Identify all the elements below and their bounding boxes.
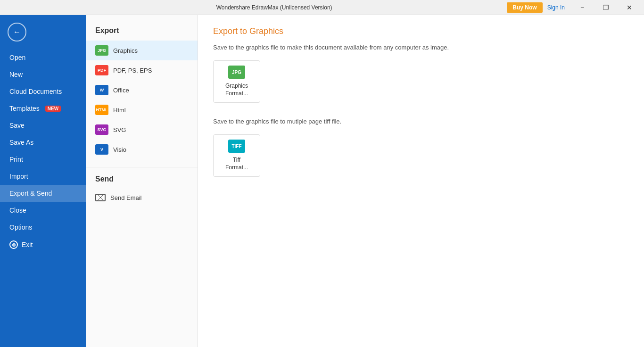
sidebar-item-exit[interactable]: ⊗ Exit <box>0 236 86 254</box>
sidebar: ← Open New Cloud Documents Templates NEW… <box>0 15 86 347</box>
html-label: Html <box>113 107 126 114</box>
sidebar-item-templates[interactable]: Templates NEW <box>0 100 86 117</box>
main-content: ← Open New Cloud Documents Templates NEW… <box>0 15 644 347</box>
middle-panel: Export JPG Graphics PDF PDF, PS, EPS W O… <box>86 15 198 347</box>
visio-label: Visio <box>113 146 126 153</box>
visio-icon: V <box>95 144 108 155</box>
content-heading: Export to Graphics <box>213 26 629 36</box>
svg-icon: SVG <box>95 124 108 135</box>
menu-item-pdf[interactable]: PDF PDF, PS, EPS <box>86 60 198 80</box>
tiff-format-label: TiffFormat... <box>225 157 248 171</box>
description-1: Save to the graphics file to make this d… <box>213 44 629 51</box>
description-2: Save to the graphics file to mutiple pag… <box>213 118 629 125</box>
sidebar-item-save-as[interactable]: Save As <box>0 134 86 151</box>
tiff-format-card[interactable]: TIFF TiffFormat... <box>213 134 260 177</box>
graphics-icon: JPG <box>95 45 108 56</box>
menu-item-office[interactable]: W Office <box>86 80 198 100</box>
email-icon <box>95 194 106 201</box>
sidebar-item-options[interactable]: Options <box>0 219 86 236</box>
section-divider <box>86 167 198 167</box>
back-button[interactable]: ← <box>8 23 26 41</box>
cards-grid-1: JPG GraphicsFormat... <box>213 60 629 103</box>
menu-item-graphics[interactable]: JPG Graphics <box>86 41 198 60</box>
html-icon: HTML <box>95 105 108 115</box>
sidebar-item-open[interactable]: Open <box>0 49 86 66</box>
menu-item-visio[interactable]: V Visio <box>86 140 198 159</box>
sidebar-item-import[interactable]: Import <box>0 168 86 185</box>
pdf-label: PDF, PS, EPS <box>113 67 152 74</box>
sidebar-item-new[interactable]: New <box>0 66 86 83</box>
send-section-title: Send <box>86 171 198 189</box>
word-icon: W <box>95 85 108 95</box>
sidebar-item-close[interactable]: Close <box>0 202 86 219</box>
content-panel: Export to Graphics Save to the graphics … <box>198 15 644 347</box>
menu-item-svg[interactable]: SVG SVG <box>86 120 198 140</box>
office-label: Office <box>113 87 129 94</box>
menu-item-send-email[interactable]: Send Email <box>86 189 198 206</box>
title-bar: Wondershare EdrawMax (Unlicensed Version… <box>0 0 644 15</box>
cards-grid-2: TIFF TiffFormat... <box>213 134 629 177</box>
app-title: Wondershare EdrawMax (Unlicensed Version… <box>41 4 507 11</box>
sidebar-item-print[interactable]: Print <box>0 151 86 168</box>
minimize-button[interactable]: − <box>571 0 593 15</box>
sidebar-item-export-send[interactable]: Export & Send <box>0 185 86 202</box>
graphics-label: Graphics <box>113 47 138 54</box>
close-button[interactable]: ✕ <box>619 0 640 15</box>
sidebar-item-save[interactable]: Save <box>0 117 86 134</box>
buy-now-button[interactable]: Buy Now <box>507 2 542 13</box>
svg-label: SVG <box>113 126 126 133</box>
graphics-format-card[interactable]: JPG GraphicsFormat... <box>213 60 260 103</box>
export-section-title: Export <box>86 23 198 41</box>
window-controls: Buy Now Sign In − ❐ ✕ <box>507 0 640 15</box>
tiff-card-icon: TIFF <box>228 140 245 153</box>
menu-item-html[interactable]: HTML Html <box>86 100 198 120</box>
graphics-format-label: GraphicsFormat... <box>225 83 248 97</box>
sidebar-item-cloud-documents[interactable]: Cloud Documents <box>0 83 86 100</box>
exit-icon: ⊗ <box>9 240 18 249</box>
sign-in-link[interactable]: Sign In <box>547 4 565 11</box>
send-email-label: Send Email <box>110 194 141 201</box>
new-badge: NEW <box>45 106 61 112</box>
restore-button[interactable]: ❐ <box>595 0 617 15</box>
pdf-icon: PDF <box>95 65 108 75</box>
jpg-card-icon: JPG <box>228 66 245 79</box>
